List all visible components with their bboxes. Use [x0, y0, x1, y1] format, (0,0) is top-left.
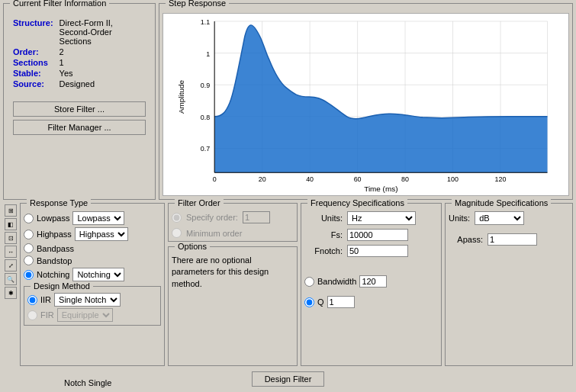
highpass-row: Highpass Highpass [24, 227, 161, 241]
filter-order-panel: Filter Order Specify order: Minimum orde… [168, 203, 298, 242]
minimum-order-radio[interactable] [172, 228, 182, 238]
step-response-title: Step Response [166, 0, 229, 8]
icon-bar-item-5[interactable]: ⤢ [5, 259, 17, 272]
iir-row: IIR Single Notch Notch [27, 293, 157, 307]
structure-label: Structure: [10, 18, 56, 47]
icon-bar-item-3[interactable]: ⊡ [5, 232, 17, 244]
q-radio[interactable] [304, 297, 314, 307]
notching-row: Notching Notching [24, 268, 161, 281]
stable-label: Stable: [10, 68, 56, 79]
fs-input[interactable] [347, 229, 408, 241]
bandstop-label: Bandstop [37, 256, 72, 265]
mag-specs-title: Magnitude Specifications [452, 198, 551, 207]
store-filter-button[interactable]: Store Filter ... [13, 101, 146, 117]
top-panel: Current Filter Information Structure: Di… [3, 3, 573, 200]
highpass-label: Highpass [37, 230, 72, 239]
step-response-chart: 1.1 1 0.9 0.8 0.7 0 20 40 60 80 100 120 … [163, 14, 568, 195]
filter-info-title: Current Filter Information [10, 0, 109, 8]
icon-bar: ⊞ ◧ ⊡ ↔ ⤢ 🔍 ✱ [3, 203, 17, 366]
options-text: There are no optional parameters for thi… [172, 255, 294, 290]
notching-select[interactable]: Notching [72, 268, 124, 281]
svg-text:1: 1 [206, 50, 210, 58]
svg-text:0: 0 [213, 175, 217, 183]
freq-specs-panel: Frequency Specifications Units: Hz kHz r… [301, 203, 442, 366]
icon-bar-item-6[interactable]: 🔍 [5, 273, 17, 285]
fnotch-row: Fnotch: [304, 245, 438, 257]
response-type-title: Response Type [27, 198, 91, 207]
svg-text:40: 40 [306, 175, 314, 183]
bandwidth-label: Bandwidth [317, 277, 356, 286]
filter-order-title: Filter Order [175, 198, 224, 207]
specify-order-label: Specify order: [186, 213, 238, 222]
freq-specs-content: Units: Hz kHz rad/s normalized Fs: Fnotc… [304, 211, 438, 308]
design-method-panel: Design Method IIR Single Notch Notch FIR… [24, 286, 161, 326]
main-container: Current Filter Information Structure: Di… [0, 0, 576, 392]
fs-row: Fs: [304, 229, 438, 241]
design-method-title: Design Method [31, 281, 93, 291]
bandwidth-input[interactable] [359, 275, 387, 288]
fir-row: FIR Equiripple [27, 308, 157, 322]
fs-label: Fs: [304, 230, 343, 239]
source-value: Designed [56, 79, 149, 89]
specify-order-radio[interactable] [172, 213, 182, 223]
icon-bar-item-4[interactable]: ↔ [5, 246, 17, 258]
apass-label: Apass: [449, 235, 483, 244]
mag-units-select[interactable]: dB linear [475, 211, 524, 225]
stable-value: Yes [56, 68, 149, 79]
bandpass-row: Bandpass [24, 243, 161, 253]
lowpass-radio[interactable] [24, 214, 34, 223]
fir-label: FIR [40, 310, 54, 320]
lowpass-row: Lowpass Lowpass [24, 211, 161, 225]
freq-specs-title: Frequency Specifications [307, 198, 407, 207]
specify-order-input[interactable] [243, 211, 270, 223]
filter-info-content: Structure: Direct-Form II, Second-Order … [7, 14, 152, 138]
options-title: Options [175, 242, 210, 251]
structure-value: Direct-Form II, Second-Order Sections [56, 18, 149, 47]
mag-specs-content: Units: dB linear Apass: [449, 211, 569, 246]
units-label: Units: [304, 214, 343, 223]
order-label: Order: [10, 47, 56, 57]
iir-radio[interactable] [27, 295, 37, 305]
icon-bar-item-7[interactable]: ✱ [5, 287, 17, 299]
options-panel: Options There are no optional parameters… [168, 246, 298, 366]
bandpass-label: Bandpass [37, 244, 74, 253]
notching-radio[interactable] [24, 270, 34, 280]
apass-row: Apass: [449, 233, 569, 246]
response-type-panel: Response Type Lowpass Lowpass Highpass H… [20, 203, 165, 366]
lowpass-select[interactable]: Lowpass [72, 211, 124, 225]
chart-area: 1.1 1 0.9 0.8 0.7 0 20 40 60 80 100 120 … [163, 13, 569, 196]
units-select[interactable]: Hz kHz rad/s normalized [347, 211, 416, 225]
bottom-panel: ⊞ ◧ ⊡ ↔ ⤢ 🔍 ✱ Response Type Lowpass Lowp… [3, 203, 573, 366]
svg-text:Time (ms): Time (ms) [364, 185, 397, 193]
highpass-select[interactable]: Highpass [75, 227, 128, 241]
iir-method-select[interactable]: Single Notch Notch [54, 293, 121, 307]
mag-units-label: Units: [449, 214, 470, 223]
source-label: Source: [10, 79, 56, 89]
fnotch-input[interactable] [347, 245, 408, 257]
bandwidth-radio[interactable] [304, 277, 314, 287]
apass-input[interactable] [488, 233, 537, 246]
design-filter-button[interactable]: Design Filter [252, 371, 325, 387]
svg-text:60: 60 [354, 175, 362, 183]
icon-bar-item-2[interactable]: ◧ [5, 218, 17, 230]
svg-text:80: 80 [401, 175, 409, 183]
icon-bar-item-1[interactable]: ⊞ [5, 204, 17, 217]
highpass-radio[interactable] [24, 230, 34, 239]
bandpass-radio[interactable] [24, 243, 34, 253]
q-input[interactable] [327, 296, 355, 308]
units-row: Units: Hz kHz rad/s normalized [304, 211, 438, 225]
svg-text:100: 100 [447, 175, 459, 183]
mag-units-row: Units: dB linear [449, 211, 569, 225]
iir-label: IIR [40, 295, 51, 304]
filter-order-options: Specify order: Minimum order [172, 211, 294, 238]
order-value: 2 [56, 47, 149, 57]
q-label: Q [317, 297, 324, 307]
minimum-order-row: Minimum order [172, 228, 294, 238]
fir-method-select[interactable]: Equiripple [57, 308, 113, 322]
notching-label: Notching [37, 270, 69, 279]
bandstop-radio[interactable] [24, 255, 34, 265]
fir-radio[interactable] [27, 310, 37, 320]
filter-manager-button[interactable]: Filter Manager ... [13, 120, 146, 135]
q-row: Q [304, 296, 438, 308]
svg-text:120: 120 [495, 175, 507, 183]
